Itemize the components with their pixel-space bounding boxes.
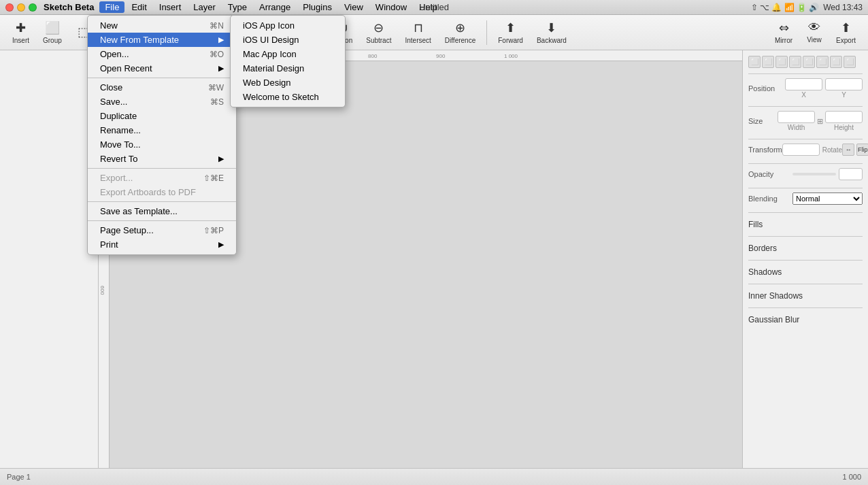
fullscreen-window-btn[interactable] [29,3,37,12]
menubar-arrange[interactable]: Arrange [254,1,296,13]
export-label: Export [836,37,856,44]
menu-rename[interactable]: Rename... [88,123,236,137]
opacity-input[interactable] [839,168,863,180]
gaussian-blur-title[interactable]: Gaussian Blur [748,312,863,327]
distribute-h-btn[interactable]: ⬜ [830,56,842,68]
menu-revert-to[interactable]: Revert To ▶ [88,152,236,166]
menu-move-to[interactable]: Move To... [88,137,236,152]
borders-title[interactable]: Borders [748,241,863,256]
menu-rename-label: Rename... [100,125,141,135]
view-icon: 👁 [808,20,820,35]
intersect-btn[interactable]: ⊓ Intersect [399,18,436,47]
system-icons: ⇧ ⌥ 🔔 📶 🔋 🔊 [751,3,820,12]
menu-save[interactable]: Save... ⌘S [88,95,236,109]
gaussian-blur-section: Gaussian Blur [748,307,863,331]
menubar-layer[interactable]: Layer [188,1,221,13]
menu-save-label: Save... [100,97,127,107]
menu-open[interactable]: Open... ⌘O [88,47,236,61]
x-label: X [785,91,822,99]
menubar-edit[interactable]: Edit [126,1,152,13]
menu-open-recent[interactable]: Open Recent ▶ [88,61,236,76]
template-welcome-label: Welcome to Sketch [243,92,319,102]
menu-open-recent-arrow: ▶ [218,64,224,73]
fills-title[interactable]: Fills [748,217,863,232]
bottom-bar: Page 1 1 000 [0,468,868,485]
blending-select[interactable]: Normal [792,193,863,205]
align-left-btn[interactable]: ⬜ [748,56,761,68]
template-ios-app-icon[interactable]: iOS App Icon [231,18,345,33]
close-window-btn[interactable] [5,3,14,12]
subtract-btn[interactable]: ⊖ Subtract [361,18,397,47]
menu-export-label: Export... [100,173,133,183]
menu-save-as-template[interactable]: Save as Template... [88,204,236,218]
distribute-v-btn[interactable]: ⬜ [844,56,856,68]
template-ios-ui-design[interactable]: iOS UI Design [231,33,345,47]
y-label: Y [825,91,863,99]
menubar-file[interactable]: File [99,1,124,13]
mirror-icon: ⇔ [779,20,789,35]
ruler-mark-v-600: 600 [99,286,105,295]
page-selector[interactable]: Page 1 [7,473,31,481]
template-web-design-label: Web Design [243,78,291,88]
flip-h-btn[interactable]: ↔ [842,144,854,156]
x-input[interactable] [785,78,822,90]
menubar-insert[interactable]: Insert [154,1,187,13]
menu-revert-to-arrow: ▶ [218,154,224,163]
view-btn[interactable]: 👁 View [801,18,828,47]
align-middle-btn[interactable]: ⬜ [803,56,815,68]
template-submenu: iOS App Icon iOS UI Design Mac App Icon … [230,15,346,107]
template-mac-app-icon[interactable]: Mac App Icon [231,47,345,61]
width-label: Width [778,124,815,131]
height-label: Height [825,124,863,131]
flip-buttons: ↔ Flip [842,144,868,156]
flip-v-btn[interactable]: Flip [856,144,868,156]
backward-btn[interactable]: ⬇ Backward [531,18,572,47]
menubar-plugins[interactable]: Plugins [297,1,337,13]
menu-duplicate[interactable]: Duplicate [88,109,236,123]
position-label: Position [748,84,785,93]
menubar-view[interactable]: View [339,1,369,13]
menu-page-setup[interactable]: Page Setup... ⇧⌘P [88,223,236,237]
menu-open-shortcut: ⌘O [196,50,224,59]
template-material-design[interactable]: Material Design [231,61,345,76]
menubar-type[interactable]: Type [222,1,252,13]
align-top-btn[interactable]: ⬜ [789,56,801,68]
export-btn[interactable]: ⬆ Export [831,18,861,47]
difference-icon: ⊕ [455,20,465,35]
opacity-label: Opacity [748,170,792,178]
insert-btn[interactable]: ✚ Insert [7,18,35,47]
align-bottom-btn[interactable]: ⬜ [816,56,829,68]
shadows-title[interactable]: Shadows [748,265,863,280]
menu-duplicate-label: Duplicate [100,111,137,121]
group-btn[interactable]: ⬜ Group [37,18,67,47]
align-center-btn[interactable]: ⬜ [762,56,774,68]
template-welcome-to-sketch[interactable]: Welcome to Sketch [231,90,345,104]
menu-page-setup-shortcut: ⇧⌘P [190,226,224,235]
difference-btn[interactable]: ⊕ Difference [439,18,481,47]
minimize-window-btn[interactable] [17,3,25,12]
mirror-btn[interactable]: ⇔ Mirror [769,18,798,47]
width-input[interactable] [778,111,815,123]
forward-btn[interactable]: ⬆ Forward [493,18,529,47]
size-row: Size Width ⊞ Height [748,111,863,131]
export-icon: ⬆ [841,20,851,35]
rotate-input[interactable] [782,144,820,156]
menu-close[interactable]: Close ⌘W [88,80,236,95]
inner-shadows-section: Inner Shadows [748,284,863,307]
opacity-slider[interactable] [792,173,836,175]
blending-row: Blending Normal [748,193,863,205]
inner-shadows-title[interactable]: Inner Shadows [748,288,863,303]
menu-new[interactable]: New ⌘N [88,18,236,33]
menubar-window[interactable]: Window [370,1,412,13]
height-input[interactable] [825,111,863,123]
menu-print[interactable]: Print ▶ [88,237,236,252]
menu-new-shortcut: ⌘N [196,21,224,31]
menu-export-artboards-label: Export Artboards to PDF [100,187,196,197]
menu-new-from-template[interactable]: New From Template ▶ [88,33,236,47]
menu-new-label: New [100,20,118,31]
y-input[interactable] [825,78,863,90]
ruler-mark-800: 800 [368,53,377,59]
template-web-design[interactable]: Web Design [231,76,345,90]
align-right-btn[interactable]: ⬜ [775,56,788,68]
menu-open-label: Open... [100,49,129,59]
